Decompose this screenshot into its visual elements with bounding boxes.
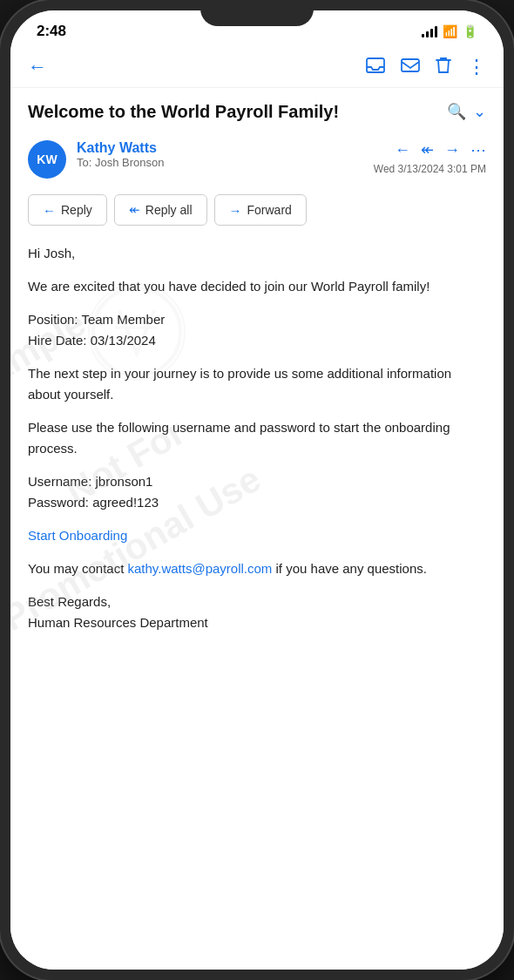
forward-button-label: Forward [247,203,292,217]
forward-button-icon: → [229,203,242,218]
body-position-hire: Position: Team Member Hire Date: 03/13/2… [28,309,486,351]
reply-all-arrow-icon[interactable]: ↞ [421,140,434,159]
hire-date-label: Hire Date: 03/13/2024 [28,333,156,348]
battery-icon: 🔋 [463,24,477,38]
status-icons: 📶 🔋 [422,24,477,38]
reply-button-icon: ← [43,203,56,218]
sender-actions: ← ↞ → ⋯ [395,140,486,159]
sender-name[interactable]: Kathy Watts [77,140,363,156]
body-paragraph1: We are excited that you have decided to … [28,276,486,297]
body-paragraph2: The next step in your journey is to prov… [28,363,486,405]
onboarding-link[interactable]: Start Onboarding [28,528,127,543]
action-buttons: ← Reply ↞ Reply all → Forward [10,187,504,236]
signal-icon [422,25,437,37]
wifi-icon: 📶 [443,24,457,38]
phone-screen: 2:48 📶 🔋 ← [10,10,504,970]
subject-icons: 🔍 ⌄ [447,102,486,121]
closing: Best Regards, Human Resources Department [28,591,486,633]
phone-frame: 2:48 📶 🔋 ← [0,0,514,980]
back-button[interactable]: ← [28,56,47,78]
sender-to: To: Josh Bronson [77,156,363,169]
email-subject: Welcome to the World Payroll Family! [28,100,438,123]
mail-icon[interactable] [401,57,420,78]
sender-right: ← ↞ → ⋯ Wed 3/13/2024 3:01 PM [374,140,486,175]
forward-arrow-icon[interactable]: → [444,141,460,159]
reply-all-button[interactable]: ↞ Reply all [114,194,207,226]
reply-arrow-icon[interactable]: ← [395,141,410,159]
reply-button[interactable]: ← Reply [28,194,107,226]
top-nav: ← [10,47,504,88]
greeting: Hi Josh, [28,243,486,264]
position-label: Position: Team Member [28,312,165,327]
reply-all-button-label: Reply all [145,203,193,217]
svg-rect-1 [402,59,419,71]
nav-right-icons: ⋮ [366,56,486,78]
username-label: Username: jbronson1 [28,474,152,489]
password-label: Password: agreed!123 [28,495,159,510]
contact-para: You may contact kathy.watts@payroll.com … [28,558,486,579]
body-paragraph3: Please use the following username and pa… [28,417,486,459]
contact-email[interactable]: kathy.watts@payroll.com [128,561,273,576]
avatar: KW [28,140,66,179]
credentials: Username: jbronson1 Password: agreed!123 [28,471,486,513]
forward-button[interactable]: → Forward [214,194,307,226]
inbox-icon[interactable] [366,57,385,78]
contact-pre: You may contact [28,561,128,576]
email-app: ← [10,47,504,970]
expand-icon[interactable]: ⌄ [473,102,486,121]
email-header: Welcome to the World Payroll Family! 🔍 ⌄ [10,88,504,132]
reply-all-button-icon: ↞ [129,202,140,218]
department-text: Human Resources Department [28,615,208,630]
more-icon[interactable]: ⋮ [467,56,486,78]
search-zoom-icon[interactable]: 🔍 [447,102,466,121]
onboarding-link-para: Start Onboarding [28,525,486,546]
status-time: 2:48 [37,23,66,40]
sender-info: Kathy Watts To: Josh Bronson [77,140,363,169]
closing-text: Best Regards, [28,594,111,609]
sender-date: Wed 3/13/2024 3:01 PM [374,163,486,175]
more-actions-icon[interactable]: ⋯ [470,140,486,159]
reply-button-label: Reply [61,203,92,217]
sender-row: KW Kathy Watts To: Josh Bronson ← ↞ → ⋯ … [10,132,504,187]
email-body: Sample Not For Promotional Use Hi Josh, … [10,236,504,672]
notch [200,0,314,26]
contact-post: if you have any questions. [272,561,427,576]
trash-icon[interactable] [436,57,451,78]
